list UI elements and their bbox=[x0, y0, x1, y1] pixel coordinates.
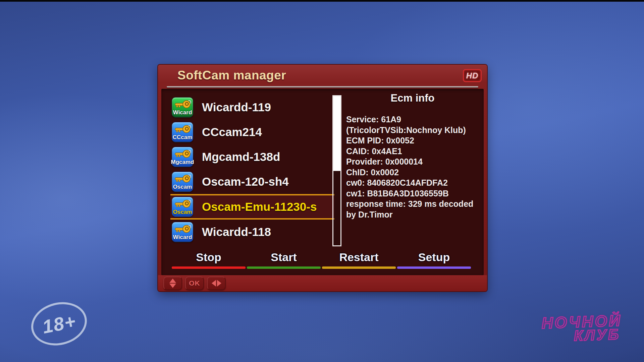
ecm-line-channel: (TricolorTVSib:Nochnoy Klub) bbox=[346, 125, 479, 136]
cam-icon-label: CCcam bbox=[173, 134, 193, 142]
ecm-line-chid: ChID: 0x0002 bbox=[346, 167, 479, 178]
key-icon: Mgcamd bbox=[172, 147, 193, 167]
list-item[interactable]: Oscam Oscam-120-sh4 bbox=[170, 169, 334, 194]
cam-icon-label: Oscam bbox=[173, 209, 192, 217]
key-icon: CCcam bbox=[172, 122, 193, 142]
cam-icon-label: Oscam bbox=[173, 184, 192, 191]
cam-name: Wicardd-118 bbox=[202, 225, 271, 239]
key-icon: Wicard bbox=[172, 97, 193, 117]
window-titlebar: SoftCam manager HD bbox=[158, 65, 487, 86]
cam-icon-label: Wicard bbox=[173, 234, 192, 242]
ecm-line-provider: Provider: 0x000014 bbox=[346, 157, 479, 167]
list-item[interactable]: Mgcamd Mgcamd-138d bbox=[170, 144, 334, 169]
scrollbar-thumb[interactable] bbox=[333, 96, 340, 171]
start-button-label: Start bbox=[271, 250, 297, 264]
ecm-line-response: response time: 329 ms decoded by Dr.Timo… bbox=[346, 199, 479, 220]
softcam-list: Wicard Wicardd-119 CCcam CCcam21 bbox=[170, 95, 334, 244]
cam-name: Oscam-120-sh4 bbox=[202, 175, 289, 188]
ecm-line-cw0: cw0: 8406820C14AFDFA2 bbox=[346, 178, 479, 188]
green-underline bbox=[247, 266, 321, 269]
updown-arrows-icon bbox=[169, 279, 176, 288]
stop-button-label: Stop bbox=[196, 250, 221, 264]
cam-name: CCcam214 bbox=[202, 125, 262, 139]
setup-button[interactable]: Setup bbox=[397, 250, 471, 269]
age-rating-badge: 18+ bbox=[26, 297, 91, 351]
content-panel: Wicard Wicardd-119 CCcam CCcam21 bbox=[161, 89, 484, 275]
ecm-info-lines: Service: 61A9 (TricolorTVSib:Nochnoy Klu… bbox=[346, 114, 479, 220]
ecm-line-service: Service: 61A9 bbox=[346, 114, 479, 125]
ecm-line-caid: CAID: 0x4AE1 bbox=[346, 146, 479, 157]
footer-bar: OK bbox=[158, 275, 487, 291]
key-icon: Oscam bbox=[172, 172, 193, 192]
ok-button-label: OK bbox=[189, 279, 200, 287]
key-icon: Oscam bbox=[172, 197, 193, 217]
list-scrollbar[interactable] bbox=[332, 95, 341, 246]
cam-icon-label: Wicard bbox=[173, 110, 192, 117]
leftright-arrows-icon bbox=[212, 280, 221, 287]
setup-button-label: Setup bbox=[418, 250, 450, 264]
letterbox-strip bbox=[0, 0, 644, 2]
leftright-nav-button[interactable] bbox=[207, 277, 226, 290]
list-item[interactable]: Wicard Wicardd-119 bbox=[170, 95, 334, 120]
cam-name: Wicardd-119 bbox=[202, 101, 271, 114]
list-item-selected[interactable]: Oscam Oscam-Emu-11230-s bbox=[170, 194, 334, 220]
stop-button[interactable]: Stop bbox=[172, 250, 246, 269]
hd-badge-label: HD bbox=[466, 71, 479, 80]
ecm-line-ecm-pid: ECM PID: 0x0052 bbox=[346, 135, 479, 146]
list-item[interactable]: Wicard Wicardd-118 bbox=[170, 220, 334, 244]
age-rating-label: 18+ bbox=[40, 310, 78, 338]
ecm-info-panel: Ecm info Service: 61A9 (TricolorTVSib:No… bbox=[346, 92, 479, 220]
restart-button[interactable]: Restart bbox=[322, 250, 396, 269]
hd-badge: HD bbox=[463, 69, 482, 82]
red-underline bbox=[172, 266, 246, 269]
softcam-manager-window: SoftCam manager HD Wicard bbox=[158, 65, 487, 291]
start-button[interactable]: Start bbox=[247, 250, 321, 269]
title-divider bbox=[167, 86, 478, 87]
page-title: SoftCam manager bbox=[177, 68, 286, 82]
updown-nav-button[interactable] bbox=[163, 277, 182, 290]
ecm-line-cw1: cw1: B81B6A3D1036559B bbox=[346, 188, 479, 199]
ok-button[interactable]: OK bbox=[185, 277, 204, 290]
blue-underline bbox=[397, 266, 471, 269]
ecm-info-title: Ecm info bbox=[346, 92, 479, 104]
action-button-row: Stop Start Restart Setup bbox=[172, 250, 476, 269]
cam-name: Mgcamd-138d bbox=[202, 150, 280, 164]
cam-name: Oscam-Emu-11230-s bbox=[202, 200, 317, 214]
channel-logo: НОЧНОЙ КЛУБ bbox=[541, 313, 622, 344]
list-item[interactable]: CCcam CCcam214 bbox=[170, 120, 334, 144]
yellow-underline bbox=[322, 266, 396, 269]
key-icon: Wicard bbox=[172, 222, 193, 242]
restart-button-label: Restart bbox=[339, 250, 378, 264]
cam-icon-label: Mgcamd bbox=[171, 159, 194, 167]
